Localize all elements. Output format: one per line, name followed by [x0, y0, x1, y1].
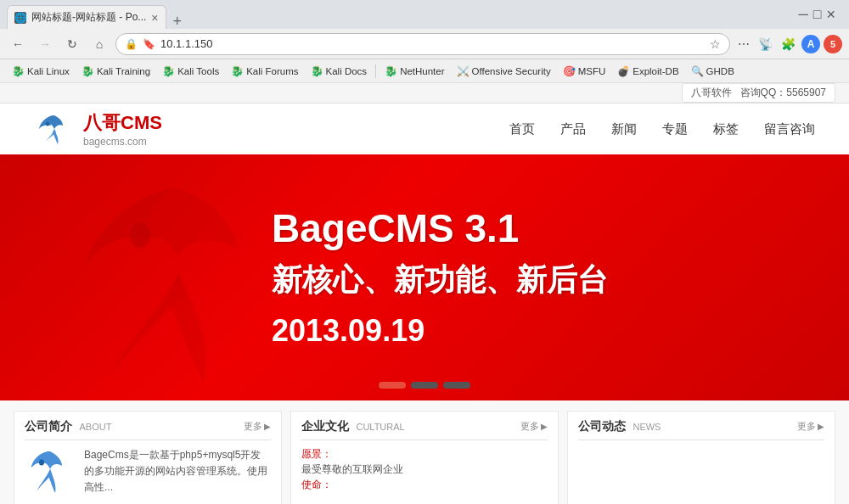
hero-bird-watermark: [68, 171, 289, 392]
profile-button[interactable]: A: [801, 35, 820, 53]
bookmark-kali-linux-label: Kali Linux: [27, 66, 70, 76]
bookmark-nethunter[interactable]: 🐉 NetHunter: [380, 64, 449, 79]
site-domain: bagecms.com: [83, 136, 162, 148]
culture-section: 企业文化 CULTURAL 更多 ▶ 愿景： 最受尊敬的互联网企业 使命：: [290, 411, 559, 504]
culture-more-link[interactable]: 更多 ▶: [520, 420, 548, 433]
qq-contact-info: 八哥软件 咨询QQ：5565907: [682, 83, 835, 103]
msfu-icon: 🎯: [563, 65, 576, 77]
kali-linux-icon: 🐉: [12, 65, 25, 77]
nav-topics[interactable]: 专题: [662, 121, 688, 137]
bookmark-offensive-security-label: Offensive Security: [472, 66, 551, 76]
logo-area: 八哥CMS bagecms.com: [34, 109, 162, 149]
bookmark-nethunter-label: NetHunter: [400, 66, 444, 76]
close-window-button[interactable]: ×: [826, 6, 835, 24]
url-display: 10.1.1.150: [160, 37, 705, 50]
about-title-en: ABOUT: [79, 422, 111, 432]
news-more-link[interactable]: 更多 ▶: [797, 420, 824, 433]
notification-badge: 5: [824, 35, 842, 53]
kali-tools-icon: 🐉: [162, 65, 175, 77]
bookmark-msfu-label: MSFU: [578, 66, 606, 76]
hero-dot-2[interactable]: [411, 382, 438, 389]
about-more-label: 更多: [244, 420, 262, 433]
browser-title-bar: 🌐 网站标题-网站标题 - Po... × + ─ □ ×: [0, 0, 849, 29]
tab-close-button[interactable]: ×: [151, 11, 158, 25]
bookmark-kali-tools[interactable]: 🐉 Kali Tools: [157, 64, 224, 79]
mission-label: 使命：: [301, 479, 332, 490]
exploit-db-icon: 💣: [617, 65, 630, 77]
bookmark-kali-forums-label: Kali Forums: [246, 66, 298, 76]
home-button[interactable]: ⌂: [88, 33, 110, 55]
about-image: [25, 447, 76, 498]
tab-area: 🌐 网站标题-网站标题 - Po... × +: [7, 0, 182, 29]
address-bar[interactable]: 🔒 🔖 10.1.1.150 ☆: [115, 33, 730, 55]
bookmark-kali-training[interactable]: 🐉 Kali Training: [76, 64, 155, 79]
active-tab[interactable]: 🌐 网站标题-网站标题 - Po... ×: [7, 5, 166, 29]
hero-dot-1[interactable]: [379, 382, 406, 389]
nav-right-icons: ⋯ 📡 🧩 A 5: [735, 35, 842, 53]
culture-more-icon: ▶: [541, 422, 548, 431]
tab-title: 网站标题-网站标题 - Po...: [31, 10, 146, 25]
nav-products[interactable]: 产品: [560, 121, 586, 137]
back-button[interactable]: ←: [7, 33, 29, 55]
browser-nav-bar: ← → ↻ ⌂ 🔒 🔖 10.1.1.150 ☆ ⋯ 📡 🧩 A 5: [0, 29, 849, 59]
nav-home[interactable]: 首页: [509, 121, 535, 137]
culture-body: 愿景： 最受尊敬的互联网企业 使命：: [301, 447, 548, 492]
bookmark-kali-linux[interactable]: 🐉 Kali Linux: [7, 64, 75, 79]
bookmarks-bar: 🐉 Kali Linux 🐉 Kali Training 🐉 Kali Tool…: [0, 59, 849, 83]
hero-dot-3[interactable]: [443, 382, 470, 389]
news-section-header: 公司动态 NEWS 更多 ▶: [578, 418, 824, 440]
svg-point-0: [46, 122, 49, 126]
hero-date: 2013.09.19: [272, 313, 608, 349]
tab-favicon: 🌐: [14, 12, 26, 24]
culture-title-cn: 企业文化: [301, 419, 349, 433]
svg-point-1: [130, 222, 150, 248]
new-tab-button[interactable]: +: [173, 14, 183, 29]
menu-dots-button[interactable]: ⋯: [735, 36, 752, 53]
bookmark-separator: [375, 64, 376, 78]
bookmark-offensive-security[interactable]: ⚔️ Offensive Security: [452, 64, 556, 79]
forward-button[interactable]: →: [34, 33, 56, 55]
extensions-icon[interactable]: 🧩: [779, 36, 798, 53]
main-nav: 首页 产品 新闻 专题 标签 留言咨询: [509, 121, 815, 137]
news-more-label: 更多: [797, 420, 816, 433]
news-section: 公司动态 NEWS 更多 ▶: [567, 411, 835, 504]
star-icon[interactable]: ☆: [710, 37, 721, 51]
qq-bar: 八哥软件 咨询QQ：5565907: [0, 83, 849, 104]
news-title-area: 公司动态 NEWS: [578, 418, 661, 434]
culture-section-header: 企业文化 CULTURAL 更多 ▶: [301, 418, 548, 440]
cast-icon[interactable]: 📡: [756, 36, 775, 53]
news-more-icon: ▶: [818, 422, 824, 431]
site-name: 八哥CMS: [83, 110, 162, 136]
about-more-link[interactable]: 更多 ▶: [244, 420, 271, 433]
bookmark-msfu[interactable]: 🎯 MSFU: [558, 64, 611, 79]
reload-button[interactable]: ↻: [61, 33, 83, 55]
about-more-icon: ▶: [264, 422, 271, 431]
svg-point-2: [39, 460, 44, 466]
bookmark-exploit-db[interactable]: 💣 Exploit-DB: [612, 64, 683, 79]
bookmark-ghdb[interactable]: 🔍 GHDB: [686, 64, 739, 79]
bookmark-kali-forums[interactable]: 🐉 Kali Forums: [226, 64, 303, 79]
about-title-cn: 公司简介: [25, 419, 72, 433]
news-title-cn: 公司动态: [578, 419, 626, 433]
hero-subtitle: 新核心、新功能、新后台: [272, 260, 608, 301]
maximize-button[interactable]: □: [813, 7, 822, 22]
nav-news[interactable]: 新闻: [611, 121, 637, 137]
about-title-area: 公司简介 ABOUT: [25, 418, 111, 434]
kali-training-icon: 🐉: [82, 65, 94, 77]
hero-pagination-dots: [379, 382, 470, 389]
offensive-security-icon: ⚔️: [457, 65, 469, 77]
site-header: 八哥CMS bagecms.com 首页 产品 新闻 专题 标签 留言咨询: [0, 104, 849, 154]
about-body: BageCms是一款基于php5+mysql5开发的多功能开源的网站内容管理系统…: [25, 447, 271, 498]
bookmark-exploit-db-label: Exploit-DB: [633, 66, 678, 76]
nav-contact[interactable]: 留言咨询: [764, 121, 815, 137]
kali-forums-icon: 🐉: [231, 65, 244, 77]
bookmark-kali-docs[interactable]: 🐉 Kali Docs: [306, 64, 373, 79]
nethunter-icon: 🐉: [385, 65, 397, 77]
hero-title: BageCMS 3.1: [272, 205, 608, 251]
minimize-button[interactable]: ─: [798, 7, 807, 22]
hero-text-area: BageCMS 3.1 新核心、新功能、新后台 2013.09.19: [272, 205, 608, 349]
nav-tags[interactable]: 标签: [713, 121, 739, 137]
culture-title-area: 企业文化 CULTURAL: [301, 418, 405, 434]
culture-title-en: CULTURAL: [356, 422, 404, 432]
secure-icon: 🔒: [125, 38, 138, 50]
